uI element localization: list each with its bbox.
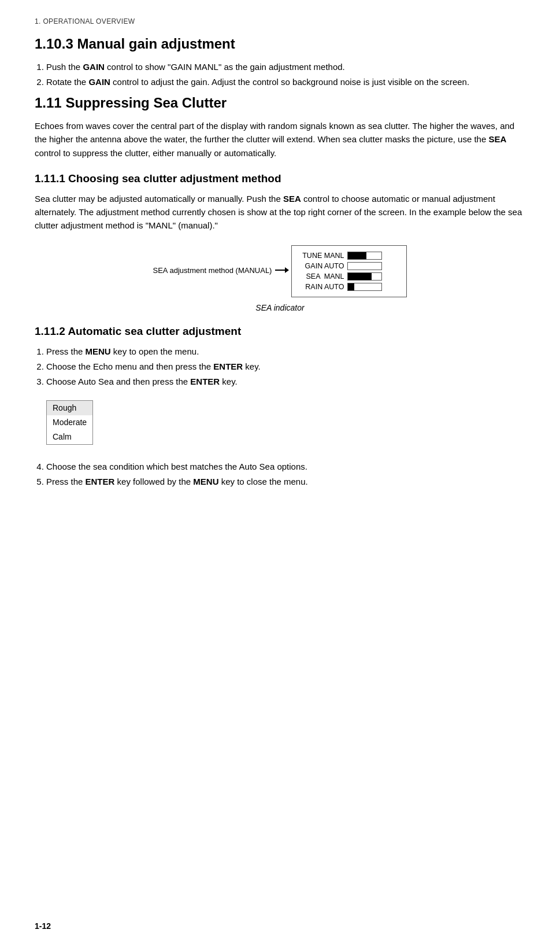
section-1-10-3-heading: 1.10.3 Manual gain adjustment [35,36,525,52]
indicator-row-tune: TUNE MANL [298,252,397,260]
bold-enter-2: ENTER [190,377,220,386]
bold-menu: MENU [86,346,111,356]
list-item: Choose the sea condition which best matc… [46,460,525,474]
section-1-11-2-steps: Press the MENU key to open the menu. Cho… [46,345,525,389]
section-1-11-1-body: Sea clutter may be adjusted automaticall… [35,192,525,233]
row-bar-gain [347,262,382,270]
bold-enter-3: ENTER [86,477,115,486]
indicator-row-sea: SEA MANL [298,272,397,281]
row-label-sea: SEA MANL [298,272,344,281]
sea-indicator-figure: SEA adjustment method (MANUAL) TUNE MANL… [35,245,525,312]
bold-sea-1: SEA [488,134,506,144]
row-bar-tune [347,252,382,260]
bold-gain-2: GAIN [88,77,110,87]
row-bar-fill-tune [348,252,366,259]
bold-enter-1: ENTER [213,362,243,371]
section-1-11-body: Echoes from waves cover the central part… [35,119,525,160]
list-item: Choose the Echo menu and then press the … [46,360,525,374]
row-label-tune: TUNE MANL [298,252,344,260]
indicator-row-gain: GAIN AUTO [298,262,397,270]
list-item: Rotate the GAIN control to adjust the ga… [46,75,525,89]
list-item: Press the MENU key to open the menu. [46,345,525,359]
sea-indicator-box: TUNE MANL GAIN AUTO SEA MANL RAIN AUTO [291,245,407,297]
list-item: Choose Auto Sea and then press the ENTER… [46,375,525,389]
section-1-11-2-steps-continued: Choose the sea condition which best matc… [46,460,525,489]
row-bar-sea [347,272,382,281]
sea-indicator-caption: SEA indicator [255,303,304,312]
section-1-11-heading: 1.11 Suppressing Sea Clutter [35,95,525,111]
arrow-icon [275,270,285,271]
row-bar-rain [347,283,382,291]
row-bar-fill-rain [348,283,354,290]
sea-option-rough: Rough [47,401,92,415]
bold-sea-2: SEA [283,194,301,204]
sea-adjustment-arrow-label: SEA adjustment method (MANUAL) [153,266,286,275]
sea-option-calm: Calm [47,430,92,444]
row-bar-fill-sea [348,273,372,280]
section-1-10-3-steps: Push the GAIN control to show "GAIN MANL… [46,60,525,89]
section-1-11-2-heading: 1.11.2 Automatic sea clutter adjustment [35,325,525,338]
page-header: 1. OPERATIONAL OVERVIEW [35,17,525,25]
row-label-rain: RAIN AUTO [298,283,344,291]
list-item: Push the GAIN control to show "GAIN MANL… [46,60,525,74]
page-footer: 1-12 [35,921,51,931]
sea-options-box: Rough Moderate Calm [46,400,93,445]
indicator-row-rain: RAIN AUTO [298,283,397,291]
section-1-11-1-heading: 1.11.1 Choosing sea clutter adjustment m… [35,172,525,185]
row-label-gain: GAIN AUTO [298,262,344,270]
sea-option-moderate: Moderate [47,415,92,430]
bold-gain-1: GAIN [83,62,105,72]
list-item: Press the ENTER key followed by the MENU… [46,475,525,489]
bold-menu-2: MENU [193,477,218,486]
